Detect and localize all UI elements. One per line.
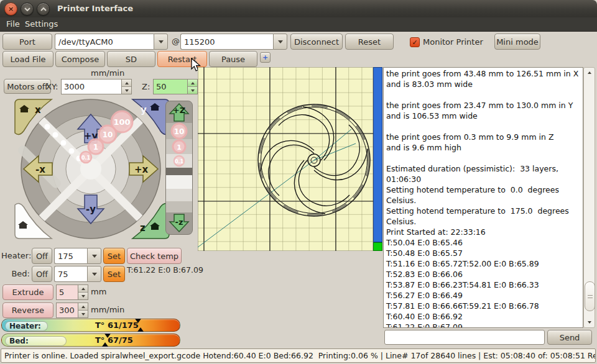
heater-label: Heater: <box>1 251 30 260</box>
svg-text:100: 100 <box>113 117 130 127</box>
z-feed-spinner[interactable]: 50 <box>153 79 198 94</box>
svg-text:1: 1 <box>177 143 182 152</box>
mini-mode-button[interactable]: Mini mode <box>494 34 540 50</box>
baud-at-label: @ <box>172 37 180 46</box>
z-feed-up[interactable] <box>188 80 197 87</box>
titlebar: × Printer Interface <box>0 0 597 17</box>
xy-feed-up[interactable] <box>122 80 131 87</box>
gcode-viewer-canvas[interactable] <box>198 67 373 251</box>
reverse-speed-up[interactable] <box>78 303 88 311</box>
svg-text:+x: +x <box>134 164 149 175</box>
xy-feed-spinner[interactable]: 3000 <box>61 79 132 94</box>
chevron-down-icon <box>92 255 97 258</box>
extrude-button[interactable]: Extrude <box>2 284 53 300</box>
xy-feed-label: XY: <box>46 82 58 91</box>
extrude-length-down[interactable] <box>78 293 88 299</box>
status-bar: Printer is online. Loaded spiralwheel_ex… <box>1 348 596 363</box>
z-step-1[interactable]: 1 <box>173 140 185 153</box>
chevron-down-icon <box>159 40 164 43</box>
menu-file[interactable]: File <box>4 19 22 30</box>
baud-dropdown-arrow[interactable] <box>273 34 287 50</box>
menu-settings[interactable]: Settings <box>22 19 60 30</box>
baud-value[interactable]: 115200 <box>180 34 273 50</box>
heater-target-marker <box>135 319 141 323</box>
svg-text:-y: -y <box>86 204 96 215</box>
check-temp-button[interactable]: Check temp <box>127 248 182 264</box>
bed-off-button[interactable]: Off <box>32 266 52 282</box>
port-combobox[interactable]: /dev/ttyACM0 <box>55 34 168 50</box>
log-line: Estimated duration (pessimistic): 33 lay… <box>386 163 580 184</box>
disconnect-button[interactable]: Disconnect <box>290 34 343 50</box>
grip-icon <box>588 295 593 298</box>
svg-text:1: 1 <box>93 143 98 152</box>
reset-button[interactable]: Reset <box>345 34 394 50</box>
bed-set-button[interactable]: Set <box>103 266 125 282</box>
scroll-up-button[interactable] <box>584 68 595 78</box>
reverse-speed-down[interactable] <box>78 311 88 317</box>
jog-step-10[interactable]: 10 <box>99 125 116 143</box>
port-dropdown-arrow[interactable] <box>154 34 168 50</box>
xy-jog-pad[interactable]: +y -y -x +x 100 10 1 0.1 <box>12 97 172 241</box>
monitor-printer-checkbox[interactable]: ✓ <box>410 37 420 47</box>
heater-current-marker <box>137 327 144 332</box>
bed-temp-combobox[interactable]: 75 <box>54 266 101 282</box>
z-step-0-1[interactable]: 0.1 <box>174 156 184 166</box>
z-jog-column[interactable]: +Z 10 1 0.1 -z <box>165 101 193 235</box>
z-step-10[interactable]: 10 <box>172 124 187 139</box>
reverse-speed-spinner[interactable]: 300 <box>56 303 88 318</box>
z-feed-label: Z: <box>142 82 150 91</box>
send-button[interactable]: Send <box>547 330 592 345</box>
port-value[interactable]: /dev/ttyACM0 <box>55 34 154 50</box>
log-line <box>386 153 580 163</box>
window-close-button[interactable]: × <box>4 2 17 16</box>
svg-text:0.1: 0.1 <box>175 159 184 165</box>
extrude-length-spinner[interactable]: 5 <box>56 284 88 300</box>
extrude-length-up[interactable] <box>78 285 88 293</box>
heater-gauge: Heater: T° 61/175 <box>1 319 180 332</box>
log-line: T:53.87 E:0 B:66.23T:54.81 E:0 B:66.33 <box>386 280 580 290</box>
scroll-down-button[interactable] <box>584 317 595 327</box>
z-feed-down[interactable] <box>188 87 197 94</box>
heater-temp-value[interactable]: 175 <box>54 248 87 264</box>
add-custom-button[interactable]: + <box>260 52 271 63</box>
menubar: File Settings <box>0 17 597 32</box>
extrude-length-value[interactable]: 5 <box>56 284 78 300</box>
log-console[interactable]: the print goes from 43.48 mm to 126.51 m… <box>383 67 583 328</box>
heater-set-button[interactable]: Set <box>103 248 125 264</box>
command-input[interactable] <box>384 330 545 345</box>
layer-progress-bar[interactable] <box>373 67 382 242</box>
load-file-button[interactable]: Load File <box>2 51 53 67</box>
xy-feed-down[interactable] <box>122 87 131 94</box>
compose-button[interactable]: Compose <box>55 51 105 67</box>
baud-combobox[interactable]: 115200 <box>180 34 287 50</box>
bed-temp-dropdown-arrow[interactable] <box>87 266 101 282</box>
log-line: the print goes from 43.48 mm to 126.51 m… <box>386 68 580 79</box>
log-scrollbar[interactable] <box>583 67 595 328</box>
log-line: T:51.16 E:0 B:65.72T:52.00 E:0 B:65.89 <box>386 258 580 269</box>
heater-temp-combobox[interactable]: 175 <box>54 248 101 264</box>
svg-text:x: x <box>35 104 41 116</box>
reverse-button[interactable]: Reverse <box>2 303 53 318</box>
z-feed-value[interactable]: 50 <box>153 79 188 94</box>
log-line <box>386 121 580 132</box>
window-maximize-button[interactable] <box>37 2 50 16</box>
feedrate-unit-label: mm/min <box>91 68 124 78</box>
log-line: T:57.81 E:0 B:66.66T:59.21 E:0 B:66.78 <box>386 301 580 311</box>
triangle-down-icon <box>588 321 591 324</box>
log-line: T:60.40 E:0 B:66.92 <box>386 311 580 322</box>
jog-step-1[interactable]: 1 <box>88 139 103 154</box>
xy-feed-value[interactable]: 3000 <box>61 79 122 94</box>
heater-temp-dropdown-arrow[interactable] <box>87 248 101 264</box>
pause-button[interactable]: Pause <box>209 51 257 67</box>
scrollbar-thumb[interactable] <box>585 281 595 311</box>
svg-text:10: 10 <box>103 130 113 139</box>
sd-button[interactable]: SD <box>107 51 155 67</box>
window-minimize-button[interactable] <box>21 2 34 16</box>
bed-temp-value[interactable]: 75 <box>54 266 87 282</box>
port-button[interactable]: Port <box>2 34 52 50</box>
log-line: T:56.27 E:0 B:66.49 <box>386 290 580 301</box>
heater-off-button[interactable]: Off <box>32 248 52 264</box>
reverse-speed-value[interactable]: 300 <box>56 303 78 318</box>
motors-off-button[interactable]: Motors off <box>4 79 51 94</box>
jog-step-0-1[interactable]: 0.1 <box>80 152 91 163</box>
